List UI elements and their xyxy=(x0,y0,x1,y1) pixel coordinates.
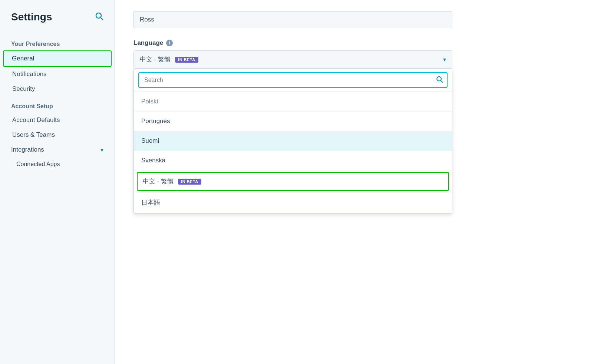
language-label: Language xyxy=(133,39,163,47)
name-input[interactable] xyxy=(133,11,452,28)
sidebar-item-integrations[interactable]: Integrations ▾ xyxy=(0,142,115,157)
dropdown-option-suomi-label: Suomi xyxy=(141,137,159,144)
dropdown-search-wrapper xyxy=(138,72,448,88)
dropdown-search-row xyxy=(134,69,452,92)
sidebar-subitem-connected-apps-label: Connected Apps xyxy=(16,161,60,167)
language-selected-left: 中文 - 繁體 IN BETA xyxy=(140,55,198,64)
sidebar-item-account-defaults[interactable]: Account Defaults xyxy=(0,113,115,128)
info-icon[interactable]: i xyxy=(166,40,173,46)
language-selected-text: 中文 - 繁體 xyxy=(140,55,171,64)
in-beta-badge: IN BETA xyxy=(175,57,198,63)
dropdown-option-portugues[interactable]: Português xyxy=(134,112,452,131)
sidebar-item-integrations-label: Integrations xyxy=(11,146,44,153)
sidebar-title: Settings xyxy=(11,11,52,23)
dropdown-option-polski-label: Polski xyxy=(141,98,158,105)
dropdown-option-portugues-label: Português xyxy=(141,118,170,125)
chevron-down-icon: ▾ xyxy=(100,146,103,153)
dropdown-option-suomi[interactable]: Suomi xyxy=(134,131,452,151)
sidebar-search-button[interactable] xyxy=(95,11,103,23)
sidebar-item-security-label: Security xyxy=(12,85,35,93)
main-content: Language i 中文 - 繁體 IN BETA ▾ Polski xyxy=(115,0,614,364)
dropdown-option-svenska-label: Svenska xyxy=(141,157,165,164)
sidebar: Settings Your Preferences General Notifi… xyxy=(0,0,115,364)
dropdown-option-chinese-traditional-label: 中文 - 繁體 xyxy=(143,177,174,186)
dropdown-option-japanese-label: 日本語 xyxy=(141,199,160,206)
dropdown-option-polski[interactable]: Polski xyxy=(134,92,452,112)
sidebar-item-notifications-label: Notifications xyxy=(12,70,47,78)
sidebar-item-users-teams-label: Users & Teams xyxy=(12,131,55,139)
language-search-input[interactable] xyxy=(138,72,448,88)
language-label-row: Language i xyxy=(133,39,595,47)
sidebar-item-general[interactable]: General xyxy=(3,50,112,67)
dropdown-option-japanese[interactable]: 日本語 xyxy=(134,192,452,213)
section-label-account-setup: Account Setup xyxy=(0,96,115,113)
dropdown-option-chinese-traditional-inner: 中文 - 繁體 IN BETA xyxy=(143,177,443,186)
in-beta-badge-option: IN BETA xyxy=(178,179,201,185)
svg-line-1 xyxy=(101,18,103,20)
sidebar-header: Settings xyxy=(0,11,115,34)
dropdown-option-chinese-traditional[interactable]: 中文 - 繁體 IN BETA xyxy=(137,172,449,191)
sidebar-item-notifications[interactable]: Notifications xyxy=(0,67,115,82)
chevron-down-icon: ▾ xyxy=(443,56,446,63)
dropdown-option-svenska[interactable]: Svenska xyxy=(134,151,452,171)
sidebar-item-account-defaults-label: Account Defaults xyxy=(12,116,60,124)
sidebar-subitem-connected-apps[interactable]: Connected Apps xyxy=(0,157,115,171)
language-dropdown-panel: Polski Português Suomi Svenska 中文 - 繁體 I… xyxy=(133,69,452,214)
sidebar-item-security[interactable]: Security xyxy=(0,82,115,96)
section-label-preferences: Your Preferences xyxy=(0,34,115,50)
sidebar-item-users-teams[interactable]: Users & Teams xyxy=(0,128,115,142)
sidebar-item-general-label: General xyxy=(12,55,34,62)
language-dropdown-trigger[interactable]: 中文 - 繁體 IN BETA ▾ xyxy=(133,50,452,69)
